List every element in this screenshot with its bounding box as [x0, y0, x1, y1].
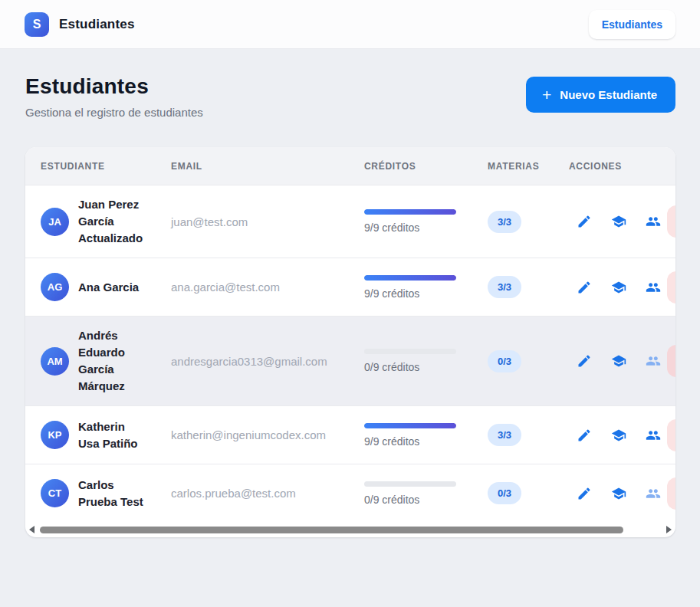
users-button[interactable] [646, 214, 661, 229]
student-cell: AG Ana Garcia [41, 273, 171, 301]
materias-badge: 0/3 [488, 350, 521, 372]
column-header-materias: MATERIAS [488, 161, 569, 172]
users-button[interactable] [646, 353, 661, 369]
student-email: ana.garcia@test.com [171, 281, 364, 294]
users-icon [646, 428, 661, 443]
graduation-cap-icon [611, 486, 626, 501]
materias-button[interactable] [611, 353, 626, 369]
table-body: JA Juan Perez García Actualizado juan@te… [25, 185, 675, 522]
horizontal-scrollbar[interactable] [25, 522, 675, 537]
student-email: carlos.prueba@test.com [171, 487, 364, 500]
student-email: katherin@ingeniumcodex.com [171, 428, 364, 441]
users-icon [646, 353, 661, 369]
materias-button[interactable] [611, 214, 626, 229]
scrollbar-thumb[interactable] [40, 527, 623, 533]
table-row: CT Carlos Prueba Test carlos.prueba@test… [25, 464, 675, 522]
credits-progress-fill [364, 275, 456, 281]
materias-button[interactable] [611, 280, 626, 295]
users-button[interactable] [646, 280, 661, 295]
avatar-initials: JA [48, 216, 61, 228]
avatar: AM [41, 347, 69, 376]
column-header-acciones: ACCIONES [569, 161, 675, 172]
student-cell: CT Carlos Prueba Test [41, 477, 171, 510]
student-name: Carlos Prueba Test [78, 477, 149, 510]
edit-button[interactable] [577, 280, 592, 295]
users-button[interactable] [646, 428, 661, 443]
materias-cell: 0/3 [488, 482, 569, 504]
graduation-cap-icon [611, 353, 626, 369]
materias-button[interactable] [611, 486, 626, 501]
nav-link-estudiantes[interactable]: Estudiantes [589, 10, 675, 39]
avatar: JA [41, 208, 69, 236]
scroll-left-arrow-icon[interactable] [29, 526, 35, 533]
users-icon [646, 280, 661, 295]
graduation-cap-icon [611, 280, 626, 295]
new-student-button-label: Nuevo Estudiante [560, 88, 657, 101]
credits-cell: 9/9 créditos [364, 423, 488, 448]
scroll-right-arrow-icon[interactable] [666, 526, 672, 533]
brand: S Estudiantes [25, 12, 135, 37]
student-name: Ana Garcia [78, 279, 149, 296]
materias-badge: 3/3 [488, 424, 521, 446]
edit-button[interactable] [577, 214, 592, 229]
page-header: Estudiantes Gestiona el registro de estu… [25, 74, 675, 119]
app-title: Estudiantes [59, 17, 135, 32]
materias-badge: 0/3 [488, 482, 521, 504]
avatar-initials: AG [48, 281, 63, 293]
table-row: JA Juan Perez García Actualizado juan@te… [25, 185, 675, 258]
delete-button-clipped[interactable] [667, 271, 675, 304]
materias-cell: 3/3 [488, 276, 569, 298]
actions-cell [569, 214, 675, 229]
credits-progress-fill [364, 423, 456, 428]
credits-cell: 0/9 créditos [364, 481, 488, 506]
delete-button-clipped[interactable] [667, 205, 675, 238]
pencil-icon [577, 428, 592, 443]
actions-cell [569, 280, 675, 295]
student-cell: KP Katherin Usa Patiño [41, 418, 171, 452]
table-row: AM Andrés Eduardo García Márquez andresg… [25, 316, 675, 405]
pencil-icon [577, 353, 592, 369]
credits-label: 0/9 créditos [364, 361, 488, 373]
credits-label: 9/9 créditos [364, 435, 488, 448]
avatar-initials: AM [47, 356, 62, 367]
avatar-initials: KP [48, 429, 61, 441]
student-email: andresgarcia0313@gmail.com [171, 355, 364, 368]
avatar: CT [41, 479, 69, 507]
app-logo: S [25, 12, 49, 37]
credits-label: 9/9 créditos [364, 287, 488, 300]
page-header-text: Estudiantes Gestiona el registro de estu… [25, 74, 203, 119]
students-table-card: ESTUDIANTE EMAIL CRÉDITOS MATERIAS ACCIO… [25, 147, 675, 537]
delete-button-clipped[interactable] [667, 419, 675, 451]
student-email: juan@test.com [171, 215, 364, 228]
column-header-creditos: CRÉDITOS [364, 161, 488, 172]
credits-progress-bar [364, 423, 456, 428]
materias-cell: 3/3 [488, 211, 569, 233]
materias-badge: 3/3 [488, 211, 521, 233]
actions-cell [569, 428, 675, 443]
main-content: Estudiantes Gestiona el registro de estu… [0, 49, 700, 537]
new-student-button[interactable]: + Nuevo Estudiante [526, 77, 675, 113]
edit-button[interactable] [577, 353, 592, 369]
page-subtitle: Gestiona el registro de estudiantes [25, 106, 203, 119]
credits-label: 9/9 créditos [364, 221, 488, 234]
pencil-icon [577, 280, 592, 295]
student-name: Andrés Eduardo García Márquez [78, 327, 149, 395]
student-cell: AM Andrés Eduardo García Márquez [41, 327, 171, 395]
pencil-icon [577, 486, 592, 501]
credits-cell: 0/9 créditos [364, 349, 488, 373]
edit-button[interactable] [577, 486, 592, 501]
graduation-cap-icon [611, 214, 626, 229]
materias-badge: 3/3 [488, 276, 521, 298]
scrollbar-track[interactable] [40, 527, 661, 533]
credits-progress-bar [364, 349, 456, 354]
credits-cell: 9/9 créditos [364, 275, 488, 300]
page-title: Estudiantes [25, 74, 203, 99]
column-header-email: EMAIL [171, 161, 364, 172]
delete-button-clipped[interactable] [667, 345, 675, 377]
materias-button[interactable] [611, 428, 626, 443]
edit-button[interactable] [577, 428, 592, 443]
delete-button-clipped[interactable] [667, 477, 675, 510]
users-button[interactable] [646, 486, 661, 501]
avatar: AG [41, 273, 69, 301]
table-header-row: ESTUDIANTE EMAIL CRÉDITOS MATERIAS ACCIO… [25, 147, 675, 185]
